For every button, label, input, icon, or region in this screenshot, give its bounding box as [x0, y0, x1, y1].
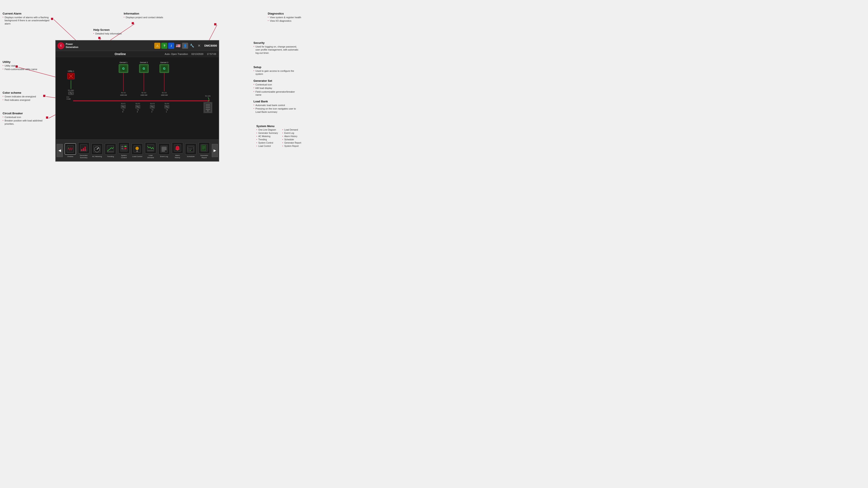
- nav-scheduler-icon: [185, 143, 196, 155]
- feeder-2-breaker: [135, 105, 140, 108]
- utility-group[interactable]: Utility 1 52-UM1 0 V 0 kW: [67, 70, 75, 100]
- logo-text: Power Generation: [66, 43, 78, 48]
- annotation-security: Security Used for logging on, change pas…: [253, 41, 301, 55]
- genset-2[interactable]: Genset 2 G 52-G2 1000 kW: [139, 61, 149, 96]
- annotation-system-menu-title: System Menu: [256, 125, 301, 128]
- person-button[interactable]: 👤: [182, 43, 188, 49]
- genset-2-breaker: 52-G2: [142, 92, 146, 94]
- feeder-4[interactable]: 52-F4 +4 1: [164, 103, 169, 113]
- utility-breaker: [68, 91, 74, 95]
- svg-point-41: [207, 110, 209, 111]
- svg-rect-13: [214, 23, 216, 25]
- info-button[interactable]: i: [168, 43, 174, 49]
- nav-oneline-label: Oneline: [67, 156, 73, 158]
- flag-button[interactable]: 🇺🇸: [175, 43, 181, 49]
- system-menu-col1: One-Line Diagram Generator Summary AC Me…: [256, 128, 278, 148]
- loadbank-label: 52-LB1: [204, 95, 212, 97]
- svg-rect-86: [189, 150, 189, 151]
- svg-rect-11: [132, 22, 134, 24]
- feeder-3-priority: +3 2: [151, 109, 153, 113]
- annotation-load-bank-bullet1: Automatic load bank control: [253, 104, 301, 107]
- nav-event-log-label: Event Log: [160, 156, 168, 158]
- genset-3-kw: 1000 kW: [161, 94, 168, 96]
- annotation-diagnostics: Diagnostics View system & register healt…: [268, 12, 301, 23]
- loadbank-icon: [204, 102, 212, 113]
- genset-1-kw: 1000 kW: [120, 94, 127, 96]
- annotation-diagnostics-title: Diagnostics: [268, 12, 301, 15]
- nav-alarm-history-icon: [172, 142, 183, 154]
- annotation-utility-title: Utility: [3, 60, 37, 64]
- cummins-logo: C Power Generation: [58, 42, 78, 49]
- utility-breaker-label: 52-UM1: [67, 89, 75, 91]
- nav-item-alarm-history[interactable]: AlarmHistory: [172, 142, 183, 159]
- svg-rect-65: [124, 148, 126, 149]
- svg-rect-63: [121, 148, 123, 149]
- nav-generator-report-label: GeneratorReport: [200, 155, 208, 159]
- svg-rect-51: [83, 148, 84, 151]
- nav-item-event-log[interactable]: Event Log: [158, 143, 170, 158]
- nav-item-load-demand[interactable]: LoadDemand: [145, 142, 157, 159]
- nav-item-generator-report[interactable]: GeneratorReport: [198, 142, 210, 159]
- feeder-1-breaker: [121, 105, 126, 108]
- annotation-generator-set-title: Generator Set: [253, 79, 301, 83]
- bus-bar: [73, 100, 210, 101]
- nav-prev-button[interactable]: ◀: [57, 144, 63, 157]
- nav-load-demand-icon: [145, 142, 156, 154]
- screen-header: C Power Generation ⚠ ? i 🇺🇸 👤 🔧 ✕ DMC600…: [56, 40, 219, 51]
- genset-3[interactable]: Genset 3 G 52-G3 1000 kW: [159, 61, 169, 96]
- help-button[interactable]: ?: [161, 43, 167, 49]
- screen-meta: Auto- Open Transition 02/13/2020 17:57:0…: [165, 53, 216, 55]
- svg-rect-52: [85, 147, 86, 151]
- annotation-load-bank-title: Load Bank: [253, 100, 301, 103]
- genset-3-breaker: 52-G3: [162, 92, 167, 94]
- annotation-generator-set-bullet3: Field customizable generator/breaker nam…: [253, 90, 301, 97]
- feeder-2[interactable]: 52-F2 +2 3: [135, 103, 140, 113]
- svg-rect-38: [206, 104, 210, 106]
- svg-line-33: [122, 106, 125, 107]
- annotation-security-bullet1: Used for logging on, change password, us…: [253, 45, 301, 55]
- nav-next-button[interactable]: ▶: [212, 144, 218, 157]
- annotation-circuit-breaker-bullet1: Contextual icon: [3, 116, 50, 119]
- feeder-3[interactable]: 52-F3 +3 2: [150, 103, 155, 113]
- svg-rect-9: [98, 37, 100, 39]
- feeder-3-label: 52-F3: [150, 103, 155, 104]
- svg-rect-83: [189, 149, 189, 150]
- annotation-color-scheme-bullet1: Green indicates de-energized: [3, 95, 36, 98]
- annotation-current-alarm-title: Current Alarm: [3, 12, 50, 15]
- nav-load-demand-label: LoadDemand: [147, 155, 154, 159]
- nav-system-control-icon: [118, 142, 129, 154]
- alarm-button[interactable]: ⚠: [154, 43, 160, 49]
- nav-item-generator-summary[interactable]: GeneratorSummary: [78, 142, 90, 159]
- nav-item-ac-metering[interactable]: AC Metering: [91, 143, 103, 158]
- genset-2-line: [144, 73, 144, 91]
- nav-event-log-icon: [158, 143, 170, 155]
- nav-oneline-icon: [65, 143, 76, 155]
- setup-button[interactable]: ✕: [196, 43, 202, 49]
- nav-scheduler-label: Scheduler: [187, 156, 195, 158]
- loadbank-group[interactable]: 52-LB1: [204, 95, 212, 113]
- feeder-1[interactable]: 52-F1 +1 0: [121, 103, 126, 113]
- wrench-button[interactable]: 🔧: [189, 43, 195, 49]
- nav-item-scheduler[interactable]: Scheduler: [185, 143, 197, 158]
- main-screen: C Power Generation ⚠ ? i 🇺🇸 👤 🔧 ✕ DMC600…: [55, 40, 219, 162]
- nav-item-trending[interactable]: Trending: [104, 143, 117, 158]
- utility-line: [69, 80, 73, 89]
- annotation-setup: Setup Used to gain access to configure t…: [253, 65, 301, 76]
- screen-subheader: Oneline Auto- Open Transition 02/13/2020…: [56, 51, 219, 57]
- nav-item-system-control[interactable]: SystemControl: [118, 142, 130, 159]
- annotation-information-bullet1: Displays project and contact details: [124, 16, 163, 19]
- annotation-utility-bullet2: Field-customizable utility name: [3, 68, 37, 71]
- logo-circle: C: [58, 42, 64, 49]
- genset-1[interactable]: Genset 1 G 52-G1 1000 kW: [119, 61, 128, 96]
- svg-rect-59: [107, 145, 114, 153]
- annotation-generator-set: Generator Set Contextual icon kW load di…: [253, 79, 301, 97]
- annotation-color-scheme-bullet2: Red indicates energized: [3, 98, 36, 101]
- annotation-color-scheme-title: Color scheme: [3, 91, 36, 94]
- genset-3-icon: G: [159, 64, 169, 73]
- annotation-circuit-breaker: Circuit Breaker Contextual icon Breaker …: [3, 112, 50, 126]
- oneline-diagram[interactable]: Utility 1 52-UM1 0 V 0 kW: [56, 57, 219, 139]
- nav-generator-summary-icon: [78, 142, 89, 154]
- nav-item-load-control[interactable]: Load Control: [131, 143, 143, 158]
- annotation-system-menu: System Menu One-Line Diagram Generator S…: [256, 125, 301, 148]
- nav-item-oneline[interactable]: Oneline: [64, 143, 76, 158]
